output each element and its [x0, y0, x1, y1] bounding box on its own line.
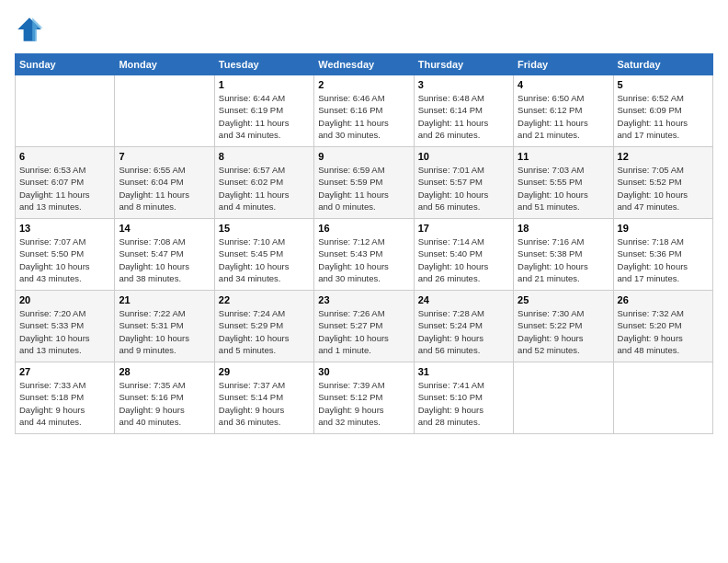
calendar-cell: 19Sunrise: 7:18 AM Sunset: 5:36 PM Dayli…	[613, 219, 712, 291]
calendar-cell: 29Sunrise: 7:37 AM Sunset: 5:14 PM Dayli…	[214, 362, 313, 434]
day-number: 19	[618, 223, 709, 234]
weekday-monday: Monday	[115, 54, 214, 75]
calendar-cell: 20Sunrise: 7:20 AM Sunset: 5:33 PM Dayli…	[16, 291, 115, 362]
day-info: Sunrise: 7:22 AM Sunset: 5:31 PM Dayligh…	[119, 307, 210, 356]
day-number: 18	[518, 223, 609, 234]
calendar-cell: 14Sunrise: 7:08 AM Sunset: 5:47 PM Dayli…	[115, 219, 214, 291]
calendar-cell: 10Sunrise: 7:01 AM Sunset: 5:57 PM Dayli…	[414, 147, 513, 219]
day-info: Sunrise: 7:03 AM Sunset: 5:55 PM Dayligh…	[518, 164, 609, 213]
day-info: Sunrise: 7:18 AM Sunset: 5:36 PM Dayligh…	[618, 236, 709, 284]
calendar-cell: 30Sunrise: 7:39 AM Sunset: 5:12 PM Dayli…	[314, 362, 414, 434]
day-number: 29	[219, 366, 310, 377]
day-info: Sunrise: 6:53 AM Sunset: 6:07 PM Dayligh…	[19, 164, 110, 213]
week-row-3: 13Sunrise: 7:07 AM Sunset: 5:50 PM Dayli…	[16, 219, 713, 291]
day-number: 7	[119, 151, 210, 162]
weekday-tuesday: Tuesday	[214, 54, 313, 75]
day-info: Sunrise: 6:52 AM Sunset: 6:09 PM Dayligh…	[618, 92, 709, 141]
day-number: 22	[219, 294, 310, 305]
calendar-cell: 4Sunrise: 6:50 AM Sunset: 6:12 PM Daylig…	[514, 75, 613, 147]
calendar-cell: 27Sunrise: 7:33 AM Sunset: 5:18 PM Dayli…	[16, 362, 115, 434]
day-info: Sunrise: 7:12 AM Sunset: 5:43 PM Dayligh…	[318, 236, 409, 284]
calendar-cell: 2Sunrise: 6:46 AM Sunset: 6:16 PM Daylig…	[314, 75, 414, 147]
calendar-cell: 13Sunrise: 7:07 AM Sunset: 5:50 PM Dayli…	[16, 219, 115, 291]
calendar-cell: 22Sunrise: 7:24 AM Sunset: 5:29 PM Dayli…	[214, 291, 313, 362]
day-info: Sunrise: 7:14 AM Sunset: 5:40 PM Dayligh…	[418, 236, 509, 284]
day-number: 20	[19, 294, 110, 305]
day-number: 2	[318, 79, 409, 90]
day-number: 11	[518, 151, 609, 162]
header	[15, 15, 713, 44]
day-info: Sunrise: 7:24 AM Sunset: 5:29 PM Dayligh…	[219, 307, 310, 356]
calendar-cell: 28Sunrise: 7:35 AM Sunset: 5:16 PM Dayli…	[115, 362, 214, 434]
calendar-cell: 23Sunrise: 7:26 AM Sunset: 5:27 PM Dayli…	[314, 291, 414, 362]
day-info: Sunrise: 7:07 AM Sunset: 5:50 PM Dayligh…	[19, 236, 110, 284]
day-number: 15	[219, 223, 310, 234]
day-number: 16	[318, 223, 409, 234]
day-info: Sunrise: 7:16 AM Sunset: 5:38 PM Dayligh…	[518, 236, 609, 284]
logo-icon	[15, 15, 44, 44]
day-info: Sunrise: 7:41 AM Sunset: 5:10 PM Dayligh…	[418, 379, 509, 428]
day-number: 5	[618, 79, 709, 90]
calendar-cell: 16Sunrise: 7:12 AM Sunset: 5:43 PM Dayli…	[314, 219, 414, 291]
page: SundayMondayTuesdayWednesdayThursdayFrid…	[0, 0, 728, 563]
calendar-cell: 26Sunrise: 7:32 AM Sunset: 5:20 PM Dayli…	[613, 291, 712, 362]
week-row-5: 27Sunrise: 7:33 AM Sunset: 5:18 PM Dayli…	[16, 362, 713, 434]
day-number: 21	[119, 294, 210, 305]
day-number: 14	[119, 223, 210, 234]
day-number: 13	[19, 223, 110, 234]
day-info: Sunrise: 6:46 AM Sunset: 6:16 PM Dayligh…	[318, 92, 409, 141]
svg-marker-0	[17, 17, 41, 41]
day-number: 17	[418, 223, 509, 234]
calendar-cell: 18Sunrise: 7:16 AM Sunset: 5:38 PM Dayli…	[514, 219, 613, 291]
calendar-cell	[613, 362, 712, 434]
calendar-cell: 24Sunrise: 7:28 AM Sunset: 5:24 PM Dayli…	[414, 291, 513, 362]
day-number: 1	[219, 79, 310, 90]
calendar-cell: 1Sunrise: 6:44 AM Sunset: 6:19 PM Daylig…	[214, 75, 313, 147]
weekday-sunday: Sunday	[16, 54, 115, 75]
day-info: Sunrise: 6:50 AM Sunset: 6:12 PM Dayligh…	[518, 92, 609, 141]
day-number: 25	[518, 294, 609, 305]
day-number: 3	[418, 79, 509, 90]
day-info: Sunrise: 7:26 AM Sunset: 5:27 PM Dayligh…	[318, 307, 409, 356]
day-info: Sunrise: 7:05 AM Sunset: 5:52 PM Dayligh…	[618, 164, 709, 213]
day-number: 31	[418, 366, 509, 377]
day-info: Sunrise: 7:30 AM Sunset: 5:22 PM Dayligh…	[518, 307, 609, 356]
calendar-cell: 31Sunrise: 7:41 AM Sunset: 5:10 PM Dayli…	[414, 362, 513, 434]
week-row-2: 6Sunrise: 6:53 AM Sunset: 6:07 PM Daylig…	[16, 147, 713, 219]
day-number: 27	[19, 366, 110, 377]
day-number: 12	[618, 151, 709, 162]
day-info: Sunrise: 7:20 AM Sunset: 5:33 PM Dayligh…	[19, 307, 110, 356]
weekday-friday: Friday	[514, 54, 613, 75]
day-info: Sunrise: 6:48 AM Sunset: 6:14 PM Dayligh…	[418, 92, 509, 141]
day-number: 10	[418, 151, 509, 162]
week-row-4: 20Sunrise: 7:20 AM Sunset: 5:33 PM Dayli…	[16, 291, 713, 362]
day-number: 30	[318, 366, 409, 377]
calendar-table: SundayMondayTuesdayWednesdayThursdayFrid…	[15, 53, 713, 434]
day-info: Sunrise: 7:10 AM Sunset: 5:45 PM Dayligh…	[219, 236, 310, 284]
calendar-cell: 17Sunrise: 7:14 AM Sunset: 5:40 PM Dayli…	[414, 219, 513, 291]
day-info: Sunrise: 7:08 AM Sunset: 5:47 PM Dayligh…	[119, 236, 210, 284]
day-number: 4	[518, 79, 609, 90]
calendar-cell	[115, 75, 214, 147]
day-number: 23	[318, 294, 409, 305]
day-info: Sunrise: 7:32 AM Sunset: 5:20 PM Dayligh…	[618, 307, 709, 356]
calendar-cell: 12Sunrise: 7:05 AM Sunset: 5:52 PM Dayli…	[613, 147, 712, 219]
day-number: 28	[119, 366, 210, 377]
day-info: Sunrise: 7:28 AM Sunset: 5:24 PM Dayligh…	[418, 307, 509, 356]
calendar-cell: 8Sunrise: 6:57 AM Sunset: 6:02 PM Daylig…	[214, 147, 313, 219]
logo	[15, 15, 48, 44]
calendar-cell: 21Sunrise: 7:22 AM Sunset: 5:31 PM Dayli…	[115, 291, 214, 362]
calendar-cell: 3Sunrise: 6:48 AM Sunset: 6:14 PM Daylig…	[414, 75, 513, 147]
week-row-1: 1Sunrise: 6:44 AM Sunset: 6:19 PM Daylig…	[16, 75, 713, 147]
calendar-cell: 15Sunrise: 7:10 AM Sunset: 5:45 PM Dayli…	[214, 219, 313, 291]
day-info: Sunrise: 7:37 AM Sunset: 5:14 PM Dayligh…	[219, 379, 310, 428]
calendar-cell: 25Sunrise: 7:30 AM Sunset: 5:22 PM Dayli…	[514, 291, 613, 362]
calendar-cell	[514, 362, 613, 434]
weekday-saturday: Saturday	[613, 54, 712, 75]
day-info: Sunrise: 7:39 AM Sunset: 5:12 PM Dayligh…	[318, 379, 409, 428]
day-number: 9	[318, 151, 409, 162]
calendar-cell: 5Sunrise: 6:52 AM Sunset: 6:09 PM Daylig…	[613, 75, 712, 147]
day-info: Sunrise: 6:44 AM Sunset: 6:19 PM Dayligh…	[219, 92, 310, 141]
day-number: 24	[418, 294, 509, 305]
calendar-cell: 9Sunrise: 6:59 AM Sunset: 5:59 PM Daylig…	[314, 147, 414, 219]
